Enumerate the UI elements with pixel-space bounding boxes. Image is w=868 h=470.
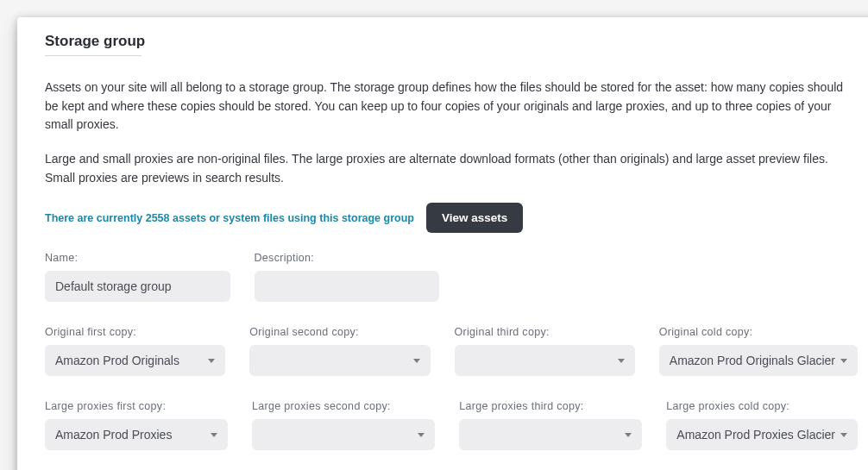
name-input[interactable]: Default storage group <box>45 271 230 302</box>
original-cold-copy-select[interactable]: Amazon Prod Originals Glacier <box>659 345 858 376</box>
large-third-copy-field: Large proxies third copy: <box>459 400 642 450</box>
asset-count-row: There are currently 2558 assets or syste… <box>45 203 858 233</box>
description-input[interactable] <box>255 271 440 302</box>
description-paragraph-1: Assets on your site will all belong to a… <box>45 78 858 135</box>
asset-count-text: There are currently 2558 assets or syste… <box>45 212 414 224</box>
original-first-copy-label: Original first copy: <box>45 326 225 338</box>
name-field: Name: Default storage group <box>45 252 230 302</box>
original-cold-copy-label: Original cold copy: <box>659 326 858 338</box>
description-paragraph-2: Large and small proxies are non-original… <box>45 150 858 187</box>
chevron-down-icon <box>840 359 847 363</box>
original-first-copy-value: Amazon Prod Originals <box>55 354 179 367</box>
chevron-down-icon <box>418 433 425 437</box>
description-field: Description: <box>255 252 440 302</box>
name-desc-row: Name: Default storage group Description: <box>45 252 858 302</box>
original-third-copy-label: Original third copy: <box>455 326 635 338</box>
name-label: Name: <box>45 252 230 264</box>
chevron-down-icon <box>413 359 420 363</box>
original-second-copy-select[interactable] <box>249 345 430 376</box>
large-cold-copy-value: Amazon Prod Proxies Glacier <box>676 428 835 442</box>
large-cold-copy-select[interactable]: Amazon Prod Proxies Glacier <box>666 419 858 450</box>
original-cold-copy-value: Amazon Prod Originals Glacier <box>670 354 835 367</box>
chevron-down-icon <box>618 359 625 363</box>
chevron-down-icon <box>625 433 632 437</box>
chevron-down-icon <box>840 433 847 437</box>
large-third-copy-select[interactable] <box>459 419 642 450</box>
large-second-copy-select[interactable] <box>252 419 435 450</box>
section-title: Storage group <box>45 33 145 50</box>
original-second-copy-label: Original second copy: <box>249 326 430 338</box>
original-first-copy-field: Original first copy:Amazon Prod Original… <box>45 326 225 376</box>
storage-select-rows: Original first copy:Amazon Prod Original… <box>45 326 858 470</box>
original-first-copy-select[interactable]: Amazon Prod Originals <box>45 345 225 376</box>
original-cold-copy-field: Original cold copy:Amazon Prod Originals… <box>659 326 858 376</box>
original-third-copy-field: Original third copy: <box>455 326 635 376</box>
large-cold-copy-label: Large proxies cold copy: <box>666 400 858 412</box>
chevron-down-icon <box>211 433 217 437</box>
name-input-value: Default storage group <box>55 279 172 293</box>
chevron-down-icon <box>208 359 215 363</box>
select-row: Original first copy:Amazon Prod Original… <box>45 326 858 376</box>
large-first-copy-field: Large proxies first copy:Amazon Prod Pro… <box>45 400 228 450</box>
large-third-copy-label: Large proxies third copy: <box>459 400 642 412</box>
title-underline <box>45 55 142 56</box>
original-third-copy-select[interactable] <box>455 345 635 376</box>
large-first-copy-select[interactable]: Amazon Prod Proxies <box>45 419 228 450</box>
view-assets-button[interactable]: View assets <box>426 203 523 233</box>
large-cold-copy-field: Large proxies cold copy:Amazon Prod Prox… <box>666 400 858 450</box>
storage-group-panel: Storage group Assets on your site will a… <box>17 17 868 470</box>
description-label: Description: <box>255 252 440 264</box>
large-second-copy-label: Large proxies second copy: <box>252 400 435 412</box>
large-first-copy-value: Amazon Prod Proxies <box>55 428 172 442</box>
large-first-copy-label: Large proxies first copy: <box>45 400 228 412</box>
original-second-copy-field: Original second copy: <box>249 326 430 376</box>
large-second-copy-field: Large proxies second copy: <box>252 400 435 450</box>
select-row: Large proxies first copy:Amazon Prod Pro… <box>45 400 858 450</box>
